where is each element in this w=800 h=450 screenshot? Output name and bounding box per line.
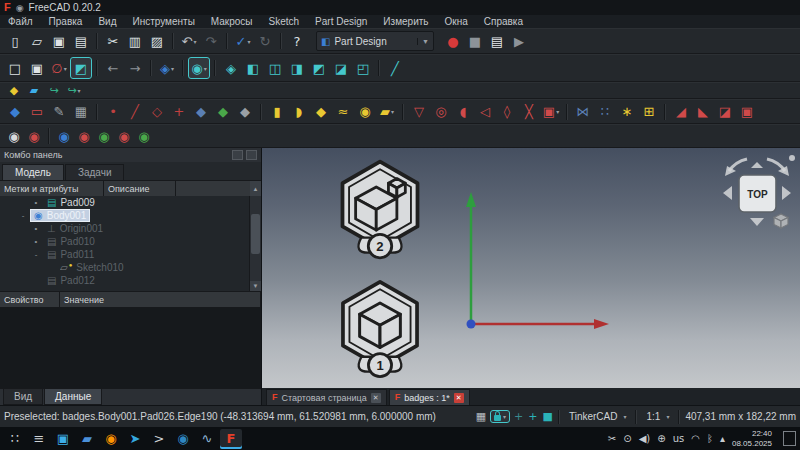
workplane-icon[interactable]: ■ [543, 410, 553, 423]
tab-tasks[interactable]: Задачи [65, 164, 125, 180]
whats-this-button[interactable]: ? [287, 31, 307, 51]
tree-expander-icon[interactable]: - [19, 211, 27, 220]
tree-item-pad011[interactable]: -▤Pad011 [0, 248, 261, 261]
zoom-button[interactable]: ◉▾ [189, 58, 209, 78]
tree-item-sketch010[interactable]: ▱●Sketch010 [0, 261, 261, 274]
bluetooth-icon[interactable]: ᛒ [707, 433, 713, 444]
menu-item-файл[interactable]: Файл [0, 15, 41, 28]
measure-linear-button[interactable]: ◉ [5, 129, 23, 144]
new-file-button[interactable]: ▯ [5, 31, 25, 51]
measure-refresh-button[interactable]: ◉ [95, 129, 113, 144]
keyboard-layout[interactable]: us [673, 433, 685, 444]
subtractive-helix-button[interactable]: ╳ [519, 102, 539, 122]
close-icon[interactable]: ✕ [371, 393, 381, 403]
add-view-icon[interactable]: + [528, 410, 537, 423]
clock[interactable]: 22:40 08.05.2025 [732, 429, 772, 448]
map-sketch-button[interactable]: ▦ [71, 102, 91, 122]
close-icon[interactable]: ✕ [454, 393, 464, 403]
mdi-tab-start[interactable]: FСтартовая страница✕ [266, 389, 387, 405]
refresh-button[interactable]: ↻ [255, 31, 275, 51]
create-part-button[interactable]: ◆ [5, 83, 23, 98]
clone-button[interactable]: ◆ [213, 102, 233, 122]
tree-expander-icon[interactable]: • [32, 198, 40, 207]
subtractive-loft-button[interactable]: ◁ [475, 102, 495, 122]
open-file-button[interactable]: ▱ [27, 31, 47, 51]
measure-linear-part-button[interactable]: ◉ [55, 129, 73, 144]
viewport-3d[interactable]: 2 1 [262, 148, 800, 388]
volume-icon[interactable]: ◀) [639, 433, 651, 444]
panel-close-button[interactable] [246, 150, 257, 160]
scroll-down-icon[interactable]: ▼ [250, 281, 261, 291]
menu-item-окна[interactable]: Окна [437, 15, 476, 28]
create-sketch-button[interactable]: ▭ [27, 102, 47, 122]
view-left-button[interactable]: ◰ [353, 58, 373, 78]
fit-selection-button[interactable]: ▣ [27, 58, 47, 78]
measure-toggle-all-button[interactable]: ◉ [135, 129, 153, 144]
scroll-up-icon[interactable]: ▲ [250, 181, 261, 196]
validate-sketch-button[interactable]: ✓▾ [233, 31, 253, 51]
menu-item-вид[interactable]: Вид [90, 15, 124, 28]
menu-item-sketch[interactable]: Sketch [261, 15, 308, 28]
fit-all-button[interactable]: □ [5, 58, 25, 78]
validate-shape-button[interactable]: ◆ [235, 102, 255, 122]
tree-item-origin001[interactable]: •⊥Origin001 [0, 222, 261, 235]
zoom-level-select[interactable]: 1:1 ▾ [642, 411, 673, 422]
audio-app-icon[interactable]: ∿ [196, 429, 218, 449]
make-link-button[interactable]: ↪ [45, 83, 63, 98]
fillet-button[interactable]: ◢ [671, 102, 691, 122]
menu-item-измерить[interactable]: Измерить [375, 15, 436, 28]
additive-loft-button[interactable]: ◆ [311, 102, 331, 122]
redo-button[interactable]: ↷ [201, 31, 221, 51]
menu-item-part-design[interactable]: Part Design [307, 15, 375, 28]
print-button[interactable]: ▤ [71, 31, 91, 51]
macro-stop-button[interactable]: ■ [465, 31, 485, 51]
nav-forward-button[interactable]: → [125, 58, 145, 78]
telegram-icon[interactable]: ➤ [124, 429, 146, 449]
freecad-icon[interactable]: F [220, 429, 242, 449]
draft-button[interactable]: ◪ [715, 102, 735, 122]
tree-expander-icon[interactable]: • [32, 224, 40, 233]
chamfer-button[interactable]: ◣ [693, 102, 713, 122]
additive-sweep-button[interactable]: ≈ [333, 102, 353, 122]
pad-button[interactable]: ▮ [267, 102, 287, 122]
undo-button[interactable]: ↶▾ [179, 31, 199, 51]
create-group-button[interactable]: ▰ [25, 83, 43, 98]
terminal-icon[interactable]: > [148, 429, 170, 449]
tree-item-pad009[interactable]: •▤Pad009 [0, 196, 261, 209]
mdi-tab-active[interactable]: Fbadges : 1*✕ [389, 389, 470, 405]
axes-toggle-icon[interactable]: + [514, 410, 523, 423]
tab-model[interactable]: Модель [2, 164, 64, 180]
workbench-selector[interactable]: ◧ Part Design ▼ [316, 31, 434, 51]
box-selection-button[interactable]: ◩ [71, 58, 91, 78]
macro-play-button[interactable]: ▶ [509, 31, 529, 51]
tree-item-pad012[interactable]: ▤Pad012 [0, 274, 261, 287]
clipboard-scissors-icon[interactable]: ✂ [608, 433, 616, 444]
badge-model-2[interactable]: 2 [335, 158, 425, 261]
revolution-button[interactable]: ◗ [289, 102, 309, 122]
app-launcher-icon[interactable]: ∷ [4, 429, 26, 449]
view-rear-button[interactable]: ◩ [309, 58, 329, 78]
view-top-button[interactable]: ◫ [265, 58, 285, 78]
thickness-button[interactable]: ▣ [737, 102, 757, 122]
polar-pattern-button[interactable]: ∗ [617, 102, 637, 122]
measure-distance-button[interactable]: ╱ [385, 58, 405, 78]
subtractive-sweep-button[interactable]: ◊ [497, 102, 517, 122]
wifi-icon[interactable]: ◠ [691, 433, 700, 444]
file-manager-icon[interactable]: ▰ [76, 429, 98, 449]
lock-view-button[interactable]: ▾ [491, 411, 509, 422]
tree-item-pad010[interactable]: •▤Pad010 [0, 235, 261, 248]
tree-item-body001[interactable]: -◉Body001 [0, 209, 261, 222]
tree-expander-icon[interactable]: - [32, 250, 40, 259]
hole-button[interactable]: ◎ [431, 102, 451, 122]
krita-icon[interactable]: ◉ [172, 429, 194, 449]
save-button[interactable]: ▣ [49, 31, 69, 51]
home-view-button[interactable]: ◈▾ [157, 58, 177, 78]
view-bottom-button[interactable]: ◪ [331, 58, 351, 78]
measure-toggle-button[interactable]: ◉ [115, 129, 133, 144]
draw-style-button[interactable]: ∅▾ [49, 58, 69, 78]
firefox-icon[interactable]: ◉ [100, 429, 122, 449]
tree-scrollbar-thumb[interactable] [251, 214, 260, 254]
additive-helix-button[interactable]: ◉ [355, 102, 375, 122]
additive-primitive-button[interactable]: ▰▾ [377, 102, 397, 122]
view-right-button[interactable]: ◨ [287, 58, 307, 78]
